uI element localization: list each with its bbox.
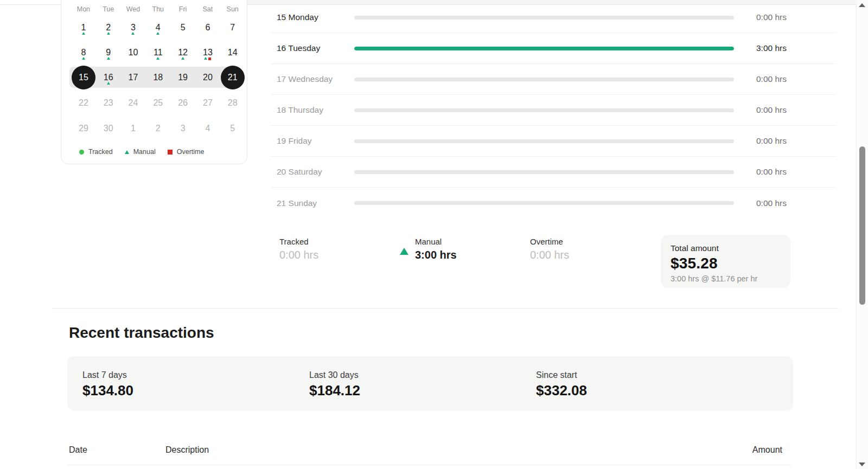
calendar-legend-label: Overtime [177,148,205,156]
calendar-legend-item: Overtime [168,148,205,156]
scrollbar-thumb[interactable] [859,146,865,305]
chart-day-hours: 0:00 hrs [756,105,787,115]
calendar-day[interactable]: 1 [71,15,96,40]
calendar-day[interactable]: 28 [220,91,245,115]
table-header-description: Description [165,445,209,455]
manual-marker-icon [107,32,110,35]
manual-marker-icon [82,32,85,35]
calendar-day-number: 19 [178,73,188,82]
chart-day-hours: 0:00 hrs [756,198,787,208]
calendar-day[interactable]: 9 [96,40,121,65]
tracked-legend-icon [79,150,84,155]
calendar-day[interactable]: 24 [121,91,146,115]
calendar-day-number: 21 [228,73,238,82]
calendar-day-number: 17 [129,73,138,82]
calendar-day[interactable]: 29 [71,116,96,141]
calendar-weekday-label: Sun [220,5,245,14]
calendar-day[interactable]: 1 [121,116,146,141]
summary-item-value: 0:00 hrs [279,249,318,261]
chart-day-row: 17 Wednesday0:00 hrs [271,64,836,95]
calendar-day[interactable]: 14 [220,40,245,65]
calendar-day-number: 26 [178,98,188,108]
total-amount-value: $35.28 [671,255,781,272]
summary-item-text: Tracked0:00 hrs [279,237,318,261]
calendar-day[interactable]: 10 [121,40,146,65]
manual-marker-icon [131,32,135,35]
calendar-day-number: 2 [106,23,111,33]
overtime-legend-icon [168,150,173,155]
chart-day-row: 18 Thursday0:00 hrs [271,95,836,126]
calendar-day[interactable]: 2 [96,15,121,40]
chart-day-hours: 0:00 hrs [756,136,787,146]
calendar-week-row: 22232425262728 [71,91,245,115]
chart-bar-track [354,47,734,50]
calendar-day[interactable]: 4 [145,15,170,40]
summary-item-value: 3:00 hrs [415,249,457,261]
calendar-day[interactable]: 25 [145,91,170,115]
stat-value: $134.80 [82,382,133,399]
scrollbar-down-arrow-icon[interactable] [859,462,865,466]
calendar-day[interactable]: 6 [195,15,220,40]
calendar-day-markers [96,82,121,86]
calendar-weekday-header: MonTueWedThuFriSatSun [71,5,245,14]
calendar-day[interactable]: 26 [170,91,195,115]
chart-bar-track [354,16,734,20]
chart-day-row: 16 Tuesday3:00 hrs [271,33,836,64]
calendar-day[interactable]: 4 [195,116,220,141]
chart-day-label: 15 Monday [277,12,318,22]
summary-item-manual: Manual3:00 hrs [400,237,457,261]
calendar-day[interactable]: 27 [195,91,220,115]
calendar-day[interactable]: 8 [71,40,96,65]
calendar-day-number: 5 [181,23,186,33]
calendar-weekday-label: Mon [71,5,96,14]
overtime-marker-icon [208,57,211,60]
calendar-day-number: 3 [181,124,186,133]
manual-icon [400,239,409,255]
calendar-day-number: 11 [154,48,163,57]
chart-day-label: 21 Sunday [277,198,317,208]
calendar-weekday-label: Fri [170,5,195,14]
calendar-day-number: 12 [178,48,188,57]
calendar-week-row: 293012345 [71,116,245,141]
calendar-day[interactable]: 12 [170,40,195,65]
summary-item-tracked: Tracked0:00 hrs [273,237,318,261]
calendar-day[interactable]: 13 [195,40,220,65]
calendar-day-number: 10 [129,48,138,57]
scrollbar-up-arrow-icon[interactable] [859,3,865,7]
calendar-day-number: 25 [153,98,163,108]
summary-item-value: 0:00 hrs [530,249,569,261]
summary-item-label: Overtime [530,237,569,246]
calendar-day-markers [145,57,170,61]
summary-item-label: Tracked [279,237,318,246]
calendar-day[interactable]: 5 [220,116,245,141]
calendar-day-number: 1 [81,23,86,33]
table-header-divider [67,465,791,465]
calendar-day-markers [96,57,121,61]
calendar-day-number: 6 [205,23,210,33]
total-amount-label: Total amount [671,243,781,253]
calendar-day-number: 13 [203,48,213,57]
calendar-legend-item: Manual [125,148,156,156]
calendar-day[interactable]: 3 [121,15,146,40]
chart-day-row: 15 Monday0:00 hrs [271,2,836,33]
calendar-day[interactable]: 5 [170,15,195,40]
calendar-day[interactable]: 7 [220,15,245,40]
summary-item-label: Manual [415,237,457,246]
chart-day-hours: 3:00 hrs [756,43,787,53]
calendar-day[interactable]: 11 [145,40,170,65]
calendar-day[interactable]: 30 [96,116,121,141]
calendar-day-number: 14 [228,48,238,57]
manual-marker-icon [107,82,110,85]
calendar-day[interactable]: 3 [170,116,195,141]
stat-value: $184.12 [309,382,360,399]
calendar-day[interactable]: 23 [96,91,121,115]
chart-bar-track [354,108,734,112]
calendar-weekday-label: Thu [145,5,170,14]
total-amount-detail: 3:00 hrs @ $11.76 per hr [671,274,781,283]
calendar-day[interactable]: 22 [71,91,96,115]
calendar-day-number: 22 [79,98,88,108]
stat-label: Since start [536,370,577,380]
chart-day-hours: 0:00 hrs [756,167,787,177]
calendar-day[interactable]: 2 [145,116,170,141]
calendar-day-number: 8 [81,48,86,57]
